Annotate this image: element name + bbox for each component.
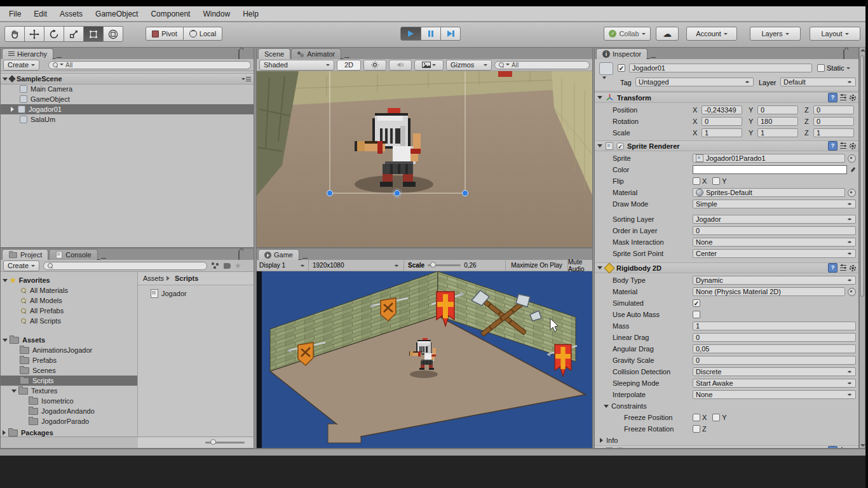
icon-dropdown[interactable] bbox=[602, 77, 606, 79]
position-z-field[interactable]: 0 bbox=[813, 105, 854, 114]
freeze-rotation-z-checkbox[interactable] bbox=[693, 425, 700, 433]
layers-dropdown[interactable]: Layers bbox=[750, 27, 801, 41]
maximize-on-play-button[interactable]: Maximize On Play bbox=[506, 260, 568, 271]
help-icon[interactable] bbox=[828, 93, 837, 102]
collision-detection-dropdown[interactable]: Discrete bbox=[693, 367, 856, 376]
hand-tool-button[interactable] bbox=[4, 26, 25, 42]
scrollbar-thumb[interactable] bbox=[860, 55, 864, 297]
folder-prefabs[interactable]: Prefabs bbox=[1, 355, 137, 365]
active-checkbox[interactable] bbox=[618, 64, 625, 72]
favorite-all-prefabs[interactable]: All Prefabs bbox=[1, 306, 137, 316]
foldout-icon[interactable] bbox=[3, 430, 6, 435]
scale-z-field[interactable]: 1 bbox=[813, 128, 854, 137]
scroll-down-icon[interactable] bbox=[860, 444, 865, 447]
local-toggle-button[interactable]: Local bbox=[183, 27, 222, 41]
2d-toggle-button[interactable]: 2D bbox=[337, 60, 361, 71]
gear-icon[interactable] bbox=[850, 265, 856, 271]
color-swatch[interactable] bbox=[693, 165, 847, 174]
thumbnail-zoom-slider[interactable] bbox=[205, 442, 245, 444]
hierarchy-create-button[interactable]: Create bbox=[3, 60, 39, 71]
position-x-field[interactable]: -0,243349 bbox=[702, 105, 742, 114]
shading-mode-dropdown[interactable]: Shaded bbox=[259, 60, 334, 71]
folder-scripts[interactable]: Scripts bbox=[1, 376, 137, 386]
tab-console[interactable]: Console bbox=[49, 249, 97, 260]
menu-window[interactable]: Window bbox=[196, 10, 236, 18]
pause-button[interactable] bbox=[421, 27, 441, 41]
cloud-button[interactable]: ☁ bbox=[656, 27, 679, 41]
freeze-position-x-checkbox[interactable] bbox=[693, 414, 700, 421]
menu-file[interactable]: File bbox=[3, 10, 27, 18]
angular-drag-field[interactable]: 0,05 bbox=[693, 344, 856, 353]
rotation-y-field[interactable]: 180 bbox=[757, 117, 798, 126]
collab-button[interactable]: Collab bbox=[604, 27, 651, 41]
rotate-tool-button[interactable] bbox=[44, 26, 64, 42]
mask-interaction-dropdown[interactable]: None bbox=[693, 238, 856, 247]
foldout-icon[interactable] bbox=[3, 279, 8, 282]
foldout-icon[interactable] bbox=[11, 390, 17, 393]
folder-jogadorandando[interactable]: JogadorAndando bbox=[1, 406, 137, 416]
simulated-checkbox[interactable] bbox=[693, 299, 700, 307]
physics-material-field[interactable]: None (Physics Material 2D) bbox=[693, 287, 845, 296]
hierarchy-search-input[interactable]: All bbox=[48, 61, 251, 69]
scene-viewport[interactable] bbox=[257, 71, 592, 247]
rotation-x-field[interactable]: 0 bbox=[702, 117, 742, 126]
foldout-icon[interactable] bbox=[604, 405, 609, 408]
slider-thumb[interactable] bbox=[430, 262, 436, 268]
name-field[interactable]: Jogador01 bbox=[629, 64, 812, 72]
effects-dropdown-button[interactable] bbox=[414, 60, 444, 71]
sprite-sort-point-dropdown[interactable]: Center bbox=[693, 249, 856, 258]
scale-x-field[interactable]: 1 bbox=[702, 128, 742, 137]
object-picker-icon[interactable] bbox=[848, 288, 856, 296]
breadcrumb-assets[interactable]: Assets bbox=[143, 274, 164, 282]
info-row[interactable]: Info bbox=[599, 435, 856, 445]
gizmos-dropdown[interactable]: Gizmos bbox=[446, 60, 492, 71]
hierarchy-item-gameobject[interactable]: GameObject bbox=[1, 94, 254, 104]
asset-file-jogador[interactable]: Jogador bbox=[138, 289, 254, 298]
foldout-icon[interactable] bbox=[597, 144, 602, 147]
flip-x-checkbox[interactable] bbox=[693, 177, 700, 185]
lighting-toggle-button[interactable] bbox=[363, 60, 386, 71]
help-icon[interactable] bbox=[828, 141, 837, 151]
preset-icon[interactable] bbox=[840, 265, 847, 271]
rect-tool-button[interactable] bbox=[83, 26, 104, 42]
freeze-position-y-checkbox[interactable] bbox=[712, 414, 720, 421]
audio-toggle-button[interactable] bbox=[389, 60, 412, 71]
slider-thumb[interactable] bbox=[210, 439, 216, 445]
foldout-icon[interactable] bbox=[597, 96, 602, 99]
position-y-field[interactable]: 0 bbox=[757, 105, 798, 114]
inspector-scrollbar[interactable] bbox=[859, 47, 865, 449]
transform-tool-button[interactable] bbox=[103, 26, 123, 42]
favorite-all-models[interactable]: All Models bbox=[1, 295, 137, 306]
static-checkbox[interactable] bbox=[817, 64, 825, 72]
mute-audio-button[interactable]: Mute Audio bbox=[568, 260, 592, 271]
preset-icon[interactable] bbox=[840, 143, 847, 149]
static-control[interactable]: Static bbox=[817, 64, 850, 72]
hierarchy-item-jogador01[interactable]: Jogador01 bbox=[1, 104, 254, 114]
object-picker-icon[interactable] bbox=[848, 189, 856, 197]
sorting-layer-dropdown[interactable]: Jogador bbox=[693, 215, 856, 224]
auto-mass-checkbox[interactable] bbox=[693, 311, 700, 318]
transform-header[interactable]: Transform bbox=[595, 92, 858, 103]
tag-dropdown[interactable]: Untagged bbox=[635, 78, 754, 86]
hierarchy-item-main-camera[interactable]: Main Camera bbox=[1, 84, 254, 94]
assets-root-row[interactable]: Assets bbox=[1, 335, 137, 345]
foldout-icon[interactable] bbox=[3, 339, 8, 342]
preset-icon[interactable] bbox=[840, 95, 847, 100]
breadcrumb-scripts[interactable]: Scripts bbox=[175, 274, 198, 282]
folder-jogadorparado[interactable]: JogadorParado bbox=[1, 416, 137, 426]
rotation-z-field[interactable]: 0 bbox=[813, 117, 854, 126]
foldout-icon[interactable] bbox=[600, 438, 603, 443]
play-button[interactable] bbox=[400, 27, 421, 41]
gear-icon[interactable] bbox=[850, 95, 856, 101]
sprite-renderer-header[interactable]: Sprite Renderer bbox=[595, 140, 858, 151]
foldout-icon[interactable] bbox=[3, 78, 8, 81]
folder-textures[interactable]: Textures bbox=[1, 386, 137, 396]
account-dropdown[interactable]: Account bbox=[686, 27, 737, 41]
linear-drag-field[interactable]: 0 bbox=[693, 333, 856, 342]
order-in-layer-field[interactable]: 0 bbox=[693, 226, 856, 235]
material-object-field[interactable]: Sprites-Default bbox=[693, 188, 845, 197]
folder-scenes[interactable]: Scenes bbox=[1, 365, 137, 376]
tab-game[interactable]: Game bbox=[258, 249, 299, 260]
favorite-all-scripts[interactable]: All Scripts bbox=[1, 316, 137, 326]
draw-mode-dropdown[interactable]: Simple bbox=[693, 200, 856, 208]
